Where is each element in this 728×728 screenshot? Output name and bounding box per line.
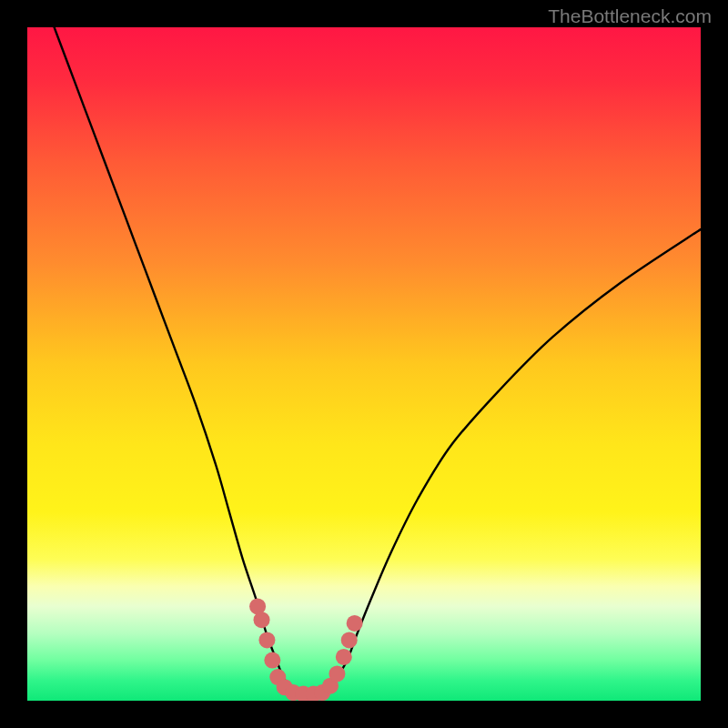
- highlight-dot: [341, 632, 358, 648]
- chart-background: [27, 27, 701, 701]
- highlight-dot: [258, 632, 275, 648]
- chart-svg: [27, 27, 701, 701]
- highlight-dot: [254, 612, 270, 628]
- watermark-text: TheBottleneck.com: [548, 5, 712, 27]
- highlight-dot: [336, 649, 352, 665]
- chart-frame: [27, 27, 701, 701]
- highlight-dot: [347, 615, 363, 632]
- highlight-dot: [264, 652, 280, 669]
- highlight-dot: [329, 665, 345, 682]
